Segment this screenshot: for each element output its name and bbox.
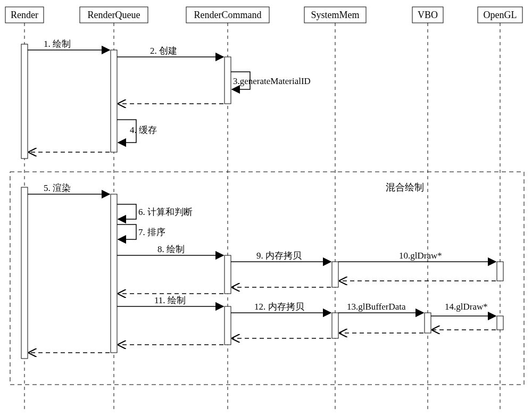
- message-label: 4. 缓存: [130, 125, 157, 135]
- lifeline-systemmem: SystemMem: [304, 7, 366, 412]
- message-label: 10.glDraw*: [399, 251, 442, 261]
- lifeline-label: VBO: [418, 10, 438, 20]
- message-label: 9. 内存拷贝: [256, 251, 302, 261]
- message-label: 13.glBufferData: [347, 302, 406, 312]
- message-label: 11. 绘制: [154, 295, 186, 305]
- message-label: 3.generateMaterialID: [233, 76, 311, 86]
- lifeline-label: Render: [11, 10, 38, 20]
- lifeline-label: RenderCommand: [194, 10, 262, 20]
- lifeline-vbo: VBO: [412, 7, 443, 412]
- activation-bar: [332, 262, 338, 287]
- activation-bar: [21, 44, 28, 159]
- self-message-arrow: [117, 224, 136, 239]
- activation-bar: [225, 306, 231, 345]
- lifeline-label: SystemMem: [311, 10, 359, 20]
- activation-bar: [21, 187, 28, 359]
- message-label: 7. 排序: [138, 227, 165, 237]
- message-label: 2. 创建: [150, 46, 177, 56]
- message-label: 8. 绘制: [157, 244, 185, 254]
- message-label: 1. 绘制: [44, 39, 71, 49]
- activation-bar: [111, 50, 117, 152]
- lifeline-label: RenderQueue: [88, 10, 140, 20]
- lifeline-opengl: OpenGL: [478, 7, 522, 412]
- message-label: 6. 计算和判断: [138, 207, 193, 217]
- activation-bar: [111, 194, 117, 353]
- activation-bar: [425, 313, 431, 333]
- activation-bar: [225, 57, 231, 104]
- lifeline-label: OpenGL: [484, 10, 517, 20]
- activation-bar: [225, 255, 231, 294]
- self-message-arrow: [117, 204, 136, 219]
- fragment-label: 混合绘制: [386, 182, 424, 193]
- message-label: 14.glDraw*: [445, 302, 488, 312]
- sequence-diagram: Render RenderQueue RenderCommand SystemM…: [0, 0, 532, 416]
- message-label: 5. 渲染: [44, 183, 71, 193]
- message-label: 12. 内存拷贝: [254, 302, 304, 312]
- activation-bar: [497, 262, 503, 281]
- activation-bar: [332, 313, 338, 338]
- activation-bar: [497, 316, 503, 330]
